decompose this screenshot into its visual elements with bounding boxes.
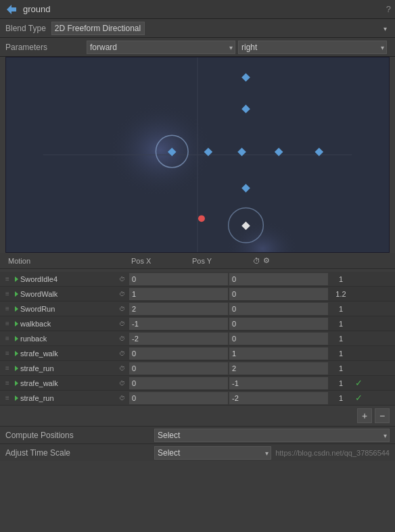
row-motion-name: walkback xyxy=(15,320,115,328)
param1-select[interactable]: forward xyxy=(87,41,235,54)
adjust-time-scale-row: Adjust Time Scale Select https://blog.cs… xyxy=(0,443,395,461)
row-posy-input[interactable] xyxy=(229,288,328,300)
row-clock-icon[interactable]: ⏱ xyxy=(115,276,129,283)
row-motion-name: SwordIdle4 xyxy=(15,275,115,283)
blend-type-select-wrapper: 2D Freeform Directional xyxy=(51,22,390,35)
table-row: ≡ SwordWalk ⏱ 1.2 xyxy=(0,287,395,301)
row-val: 1 xyxy=(329,394,353,402)
row-clock-icon[interactable]: ⏱ xyxy=(115,291,129,297)
checkmark-icon: ✓ xyxy=(355,378,363,388)
row-posx-input[interactable] xyxy=(129,273,228,285)
motion-name-text: strafe_walk xyxy=(20,379,58,387)
row-posx-input[interactable] xyxy=(129,333,228,345)
row-clock-icon[interactable]: ⏱ xyxy=(115,380,129,387)
row-val: 1 xyxy=(329,379,353,387)
row-handle: ≡ xyxy=(0,349,15,357)
motion-triangle-icon xyxy=(15,366,18,371)
help-button[interactable]: ? xyxy=(386,4,391,14)
bottom-buttons-bar: + − xyxy=(0,406,395,426)
row-clock-icon[interactable]: ⏱ xyxy=(115,320,129,327)
row-clock-icon[interactable]: ⏱ xyxy=(115,335,129,342)
row-handle: ≡ xyxy=(0,335,15,342)
canvas-svg xyxy=(6,57,389,252)
row-posx-input[interactable] xyxy=(129,303,228,315)
row-posx-input[interactable] xyxy=(129,318,228,330)
row-posy-input[interactable] xyxy=(229,318,328,330)
blend-type-row: Blend Type 2D Freeform Directional xyxy=(0,19,395,38)
row-motion-name: SwordRun xyxy=(15,305,115,313)
row-handle: ≡ xyxy=(0,275,15,283)
col-header-motion: Motion xyxy=(3,257,131,265)
remove-motion-button[interactable]: − xyxy=(375,408,390,423)
row-handle: ≡ xyxy=(0,290,15,297)
row-posy-input[interactable] xyxy=(229,347,328,360)
blend-type-select[interactable]: 2D Freeform Directional xyxy=(51,22,145,35)
add-motion-button[interactable]: + xyxy=(357,408,372,423)
motion-triangle-icon xyxy=(15,351,18,356)
compute-positions-row: Compute Positions Select xyxy=(0,426,395,443)
compute-positions-label: Compute Positions xyxy=(5,431,154,440)
table-header: Motion Pos X Pos Y ⏱ ⚙ xyxy=(0,253,395,269)
row-val: 1 xyxy=(329,335,353,343)
row-posx-input[interactable] xyxy=(129,288,228,300)
row-val: 1 xyxy=(329,364,353,372)
row-clock-icon[interactable]: ⏱ xyxy=(115,365,129,372)
motion-name-text: strafe_run xyxy=(20,394,54,402)
row-handle: ≡ xyxy=(0,379,15,387)
motion-name-text: SwordRun xyxy=(20,305,55,313)
watermark-text: https://blog.csdn.net/qq_37856544 xyxy=(271,449,390,457)
row-val: 1 xyxy=(329,349,353,358)
blend-tree-canvas[interactable] xyxy=(5,57,390,253)
row-clock-icon[interactable]: ⏱ xyxy=(115,306,129,312)
motion-triangle-icon xyxy=(15,395,18,401)
table-row: ≡ walkback ⏱ 1 xyxy=(0,316,395,331)
row-val: 1.2 xyxy=(329,290,353,298)
adjust-time-scale-select-wrapper: Select xyxy=(154,446,271,460)
adjust-time-scale-label: Adjust Time Scale xyxy=(5,448,154,458)
row-motion-name: SwordWalk xyxy=(15,290,115,298)
col-header-extra: ⏱ ⚙ xyxy=(253,256,392,265)
compute-positions-select[interactable]: Select xyxy=(154,429,390,442)
adjust-time-scale-select[interactable]: Select xyxy=(154,446,271,460)
row-val: 1 xyxy=(329,275,353,283)
row-val: 1 xyxy=(329,305,353,313)
row-clock-icon[interactable]: ⏱ xyxy=(115,350,129,357)
motion-name-text: walkback xyxy=(20,320,51,328)
row-motion-name: runback xyxy=(15,335,115,343)
back-icon[interactable] xyxy=(4,2,19,17)
table-row: ≡ strafe_walk ⏱ 1 xyxy=(0,346,395,361)
motion-triangle-icon xyxy=(15,336,18,341)
row-motion-name: strafe_walk xyxy=(15,349,115,358)
table-row: ≡ strafe_run ⏱ 1 ✓ xyxy=(0,391,395,406)
motion-triangle-icon xyxy=(15,321,18,327)
compute-positions-select-wrapper: Select xyxy=(154,429,390,442)
motion-table: ≡ SwordIdle4 ⏱ 1 ≡ SwordWalk ⏱ 1.2 ≡ Swo… xyxy=(0,272,395,406)
motion-name-text: strafe_run xyxy=(20,364,54,372)
row-posx-input[interactable] xyxy=(129,392,228,404)
header: ground ? xyxy=(0,0,395,19)
row-posy-input[interactable] xyxy=(229,392,328,404)
param2-select-wrapper: right xyxy=(238,41,387,54)
row-handle: ≡ xyxy=(0,320,15,327)
row-posy-input[interactable] xyxy=(229,377,328,389)
row-posy-input[interactable] xyxy=(229,303,328,315)
row-posx-input[interactable] xyxy=(129,377,228,389)
row-posy-input[interactable] xyxy=(229,333,328,345)
motion-triangle-icon xyxy=(15,306,18,312)
row-posy-input[interactable] xyxy=(229,362,328,374)
param2-select[interactable]: right xyxy=(238,41,387,54)
table-row: ≡ runback ⏱ 1 xyxy=(0,331,395,346)
row-posx-input[interactable] xyxy=(129,347,228,360)
row-posx-input[interactable] xyxy=(129,362,228,374)
motion-triangle-icon xyxy=(15,381,18,386)
row-handle: ≡ xyxy=(0,305,15,312)
motion-name-text: SwordIdle4 xyxy=(20,275,57,283)
row-clock-icon[interactable]: ⏱ xyxy=(115,395,129,402)
row-posy-input[interactable] xyxy=(229,273,328,285)
settings-icon: ⚙ xyxy=(263,256,270,265)
row-handle: ≡ xyxy=(0,364,15,372)
motion-name-text: SwordWalk xyxy=(20,290,57,298)
table-row: ≡ SwordIdle4 ⏱ 1 xyxy=(0,272,395,287)
checkmark-icon: ✓ xyxy=(355,393,363,403)
row-check: ✓ xyxy=(353,378,364,388)
